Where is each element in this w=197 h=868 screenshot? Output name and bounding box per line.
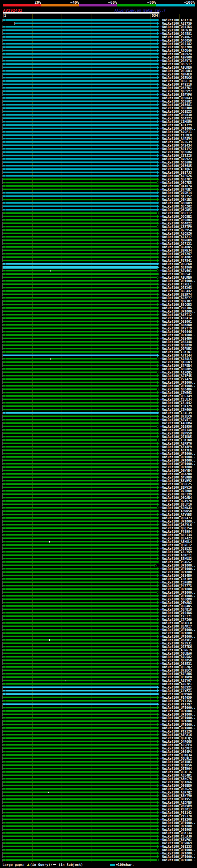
alignment-bar[interactable] <box>3 239 157 241</box>
alignment-bar[interactable] <box>3 835 157 837</box>
alignment-row[interactable]: UniRef100_Q53GZ6 <box>0 787 197 791</box>
alignment-bar[interactable] <box>3 419 157 421</box>
hit-label[interactable]: UniRef100_Q9GPK0 <box>162 262 192 266</box>
alignment-row[interactable]: UniRef100_Q01EX3 <box>0 110 197 113</box>
alignment-row[interactable]: UniRef100_UPI000.. <box>0 723 197 726</box>
hit-label[interactable]: UniRef100_P47773 <box>162 584 192 588</box>
alignment-bar[interactable] <box>3 36 157 38</box>
hit-label[interactable]: UniRef100_C5XEL1 <box>162 283 192 286</box>
hit-label[interactable]: UniRef100_Q24928 <box>162 499 192 503</box>
hit-label[interactable]: UniRef100_A9V5T1 <box>162 418 192 422</box>
hit-label[interactable]: UniRef100_Q3TF16 <box>162 770 192 774</box>
alignment-bar[interactable] <box>3 29 157 31</box>
hit-label[interactable]: UniRef100_B9I1Y2 <box>162 147 192 151</box>
hit-label[interactable]: UniRef100_A4RSV4 <box>162 137 192 141</box>
hit-label[interactable]: UniRef100_Q39804 <box>162 218 192 222</box>
alignment-bar[interactable] <box>3 344 157 346</box>
hit-label[interactable]: UniRef100_Q4RGQ8 <box>162 740 192 743</box>
hit-label[interactable]: UniRef100_Q3S348 <box>162 340 192 344</box>
hit-label[interactable]: UniRef100_B3TNP0 <box>162 676 192 679</box>
alignment-bar[interactable] <box>3 571 157 573</box>
alignment-bar[interactable] <box>3 507 157 509</box>
hit-label[interactable]: UniRef100_P14659 <box>162 696 192 699</box>
alignment-bar[interactable] <box>3 490 157 492</box>
hit-label[interactable]: UniRef100_A8I7S9 <box>162 22 192 25</box>
hit-label[interactable]: UniRef100_Q03682 <box>162 100 192 103</box>
alignment-bar[interactable] <box>3 253 157 255</box>
alignment-bar[interactable] <box>3 324 157 326</box>
alignment-row[interactable]: UniRef100_Q6Z7B0 <box>0 45 197 49</box>
hit-label[interactable]: UniRef100_Q6WAW3 <box>162 601 192 604</box>
alignment-row[interactable]: UniRef100_C5XEL1 <box>0 283 197 286</box>
alignment-row[interactable]: UniRef100_A8KCI1 <box>0 554 197 557</box>
hit-label[interactable]: UniRef100_C1MKE9 <box>162 120 192 123</box>
hit-label[interactable]: UniRef100_P27420 <box>162 377 192 381</box>
hit-label[interactable]: UniRef100_Q41074 <box>162 184 192 188</box>
alignment-bar[interactable] <box>3 216 157 217</box>
alignment-bar[interactable] <box>3 564 155 566</box>
alignment-row[interactable]: UniRef100_A1XQQ5 <box>0 371 197 374</box>
alignment-row[interactable]: UniRef100_Q91233 <box>0 845 197 848</box>
alignment-bar[interactable] <box>3 845 157 847</box>
alignment-row[interactable]: UniRef100_UPI000.. <box>0 706 197 709</box>
hit-label[interactable]: UniRef100_P09446 <box>162 330 192 334</box>
hit-label[interactable]: UniRef100_B0XV51 <box>162 798 192 801</box>
hit-label[interactable]: UniRef100_B2MV58 <box>162 432 192 435</box>
hit-label[interactable]: UniRef100_Q9AVT8 <box>162 59 192 63</box>
hit-label[interactable]: UniRef100_A1DFN8 <box>162 801 192 804</box>
alignment-bar[interactable] <box>3 757 157 759</box>
alignment-row[interactable]: UniRef100_C4YFZ1 <box>0 689 197 692</box>
hit-label[interactable]: UniRef100_A0PA14 <box>162 316 192 320</box>
alignment-row[interactable]: UniRef100_Q4RGQ8 <box>0 740 197 743</box>
alignment-row[interactable]: UniRef100_A7T144 <box>0 354 197 357</box>
hit-label[interactable]: UniRef100_B6K8N0 <box>162 323 192 327</box>
alignment-bar[interactable] <box>3 476 157 478</box>
hit-label[interactable]: UniRef100_C7FI71 <box>162 615 192 618</box>
alignment-bar[interactable] <box>3 114 157 116</box>
hit-label[interactable]: UniRef100_Q0Z8X0 <box>162 344 192 347</box>
alignment-row[interactable]: UniRef100_A9UKE0 <box>0 66 197 69</box>
alignment-bar[interactable] <box>3 480 157 482</box>
alignment-bar[interactable] <box>3 466 157 468</box>
hit-label[interactable]: UniRef100_P41797 <box>162 703 192 706</box>
alignment-row[interactable]: UniRef100_Q96BE0 <box>0 784 197 787</box>
hit-label[interactable]: UniRef100_UPI000.. <box>162 825 195 828</box>
hit-label[interactable]: UniRef100_A0ZT12 <box>162 313 192 316</box>
alignment-bar[interactable] <box>3 463 157 465</box>
hit-label[interactable]: UniRef100_C5KTN0 <box>162 438 192 442</box>
alignment-bar[interactable] <box>3 439 157 441</box>
hit-label[interactable]: UniRef100_UPI000.. <box>162 279 195 283</box>
alignment-bar[interactable] <box>3 104 157 105</box>
alignment-bar[interactable] <box>3 378 157 380</box>
alignment-bar[interactable] <box>3 717 157 719</box>
alignment-bar[interactable] <box>3 137 157 140</box>
alignment-row[interactable]: UniRef100_Q3SE32 <box>0 547 197 550</box>
alignment-bar[interactable] <box>3 124 157 126</box>
alignment-bar[interactable] <box>3 710 157 712</box>
hit-label[interactable]: UniRef100_O04022 <box>162 222 192 225</box>
alignment-row[interactable]: UniRef100_P63017 <box>0 808 197 811</box>
alignment-bar[interactable] <box>3 832 157 834</box>
alignment-row[interactable]: UniRef100_Q86QM8 <box>0 598 197 601</box>
hit-label[interactable]: UniRef100_Q03684 <box>162 151 192 154</box>
alignment-row[interactable]: UniRef100_Q8AVE2 <box>0 638 197 642</box>
hit-label[interactable]: UniRef100_Q6TEQ5 <box>162 737 192 740</box>
hit-label[interactable]: UniRef100_B9GXU0 <box>162 106 192 110</box>
alignment-bar[interactable] <box>3 73 157 75</box>
alignment-row[interactable]: UniRef100_A7QU40 <box>0 49 197 52</box>
alignment-bar[interactable] <box>3 544 157 546</box>
alignment-row[interactable]: UniRef100_A8WN50 <box>0 509 197 513</box>
hit-label[interactable]: UniRef100_Q6Z058 <box>162 659 192 662</box>
hit-label[interactable]: UniRef100_O24581 <box>162 32 192 35</box>
alignment-bar[interactable] <box>3 713 157 715</box>
alignment-row[interactable]: UniRef100_UPI000.. <box>0 384 197 388</box>
alignment-bar[interactable] <box>3 145 157 146</box>
hit-label[interactable]: UniRef100_Q3SE32 <box>162 547 192 550</box>
alignment-row[interactable]: UniRef100_O24182 <box>0 42 197 45</box>
hit-label[interactable]: UniRef100_UPI000.. <box>162 456 195 459</box>
hit-label[interactable]: UniRef100_B8YEL0 <box>162 621 192 625</box>
alignment-row[interactable]: UniRef100_P27420 <box>0 377 197 381</box>
hit-label[interactable]: UniRef100_UPI000.. <box>162 821 195 825</box>
alignment-row[interactable]: UniRef100_A3E4D1 <box>0 774 197 777</box>
alignment-row[interactable]: UniRef100_C5KJZ9 <box>0 405 197 408</box>
